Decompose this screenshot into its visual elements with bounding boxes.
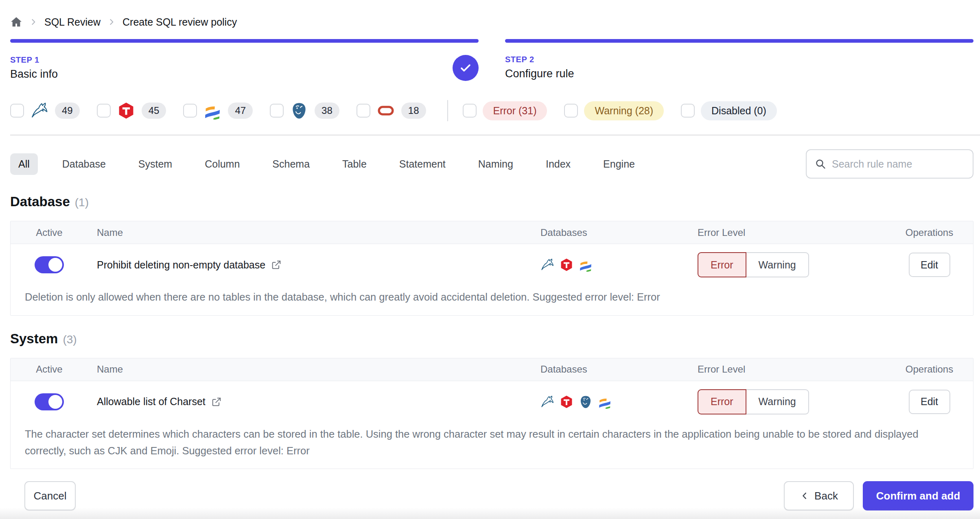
step-1-title: Basic info xyxy=(10,68,453,81)
section-count: (1) xyxy=(75,196,89,209)
mysql-filter-checkbox[interactable] xyxy=(10,104,24,118)
oracle-icon xyxy=(376,101,395,120)
column-operations: Operations xyxy=(886,364,973,375)
rule-name: Prohibit deleting non-empty database xyxy=(97,259,265,271)
table-row: Allowable list of Charset Error Warning … xyxy=(11,381,973,420)
system-rules-table: Active Name Databases Error Level Operat… xyxy=(10,358,973,469)
step-1: STEP 1 Basic info xyxy=(10,39,479,81)
column-databases: Databases xyxy=(523,364,694,375)
chevron-left-icon xyxy=(800,491,809,501)
table-header: Active Name Databases Error Level Operat… xyxy=(11,358,973,381)
oceanbase-icon xyxy=(598,395,612,409)
filter-mysql: 49 xyxy=(10,101,80,120)
tab-table[interactable]: Table xyxy=(334,153,375,175)
breadcrumb-sql-review[interactable]: SQL Review xyxy=(44,16,101,28)
filter-bar: 49 45 47 38 18 Error (31) Warning (28) D… xyxy=(0,100,980,122)
active-toggle[interactable] xyxy=(35,393,64,410)
rule-name: Allowable list of Charset xyxy=(97,396,206,408)
warning-filter-checkbox[interactable] xyxy=(564,104,578,118)
filter-tidb: 45 xyxy=(97,101,166,120)
postgresql-icon xyxy=(290,101,308,120)
oracle-count-badge: 18 xyxy=(401,102,426,119)
oceanbase-filter-checkbox[interactable] xyxy=(183,104,197,118)
mysql-icon xyxy=(30,101,49,120)
database-rules-table: Active Name Databases Error Level Operat… xyxy=(10,221,973,316)
back-button-label: Back xyxy=(814,490,838,502)
column-error-level: Error Level xyxy=(694,227,886,238)
tidb-icon xyxy=(560,395,573,409)
back-button[interactable]: Back xyxy=(784,481,854,510)
step-1-label: STEP 1 xyxy=(10,55,453,65)
section-count: (3) xyxy=(63,333,77,346)
postgresql-icon xyxy=(579,395,593,409)
tab-naming[interactable]: Naming xyxy=(470,153,521,175)
edit-button[interactable]: Edit xyxy=(909,253,950,277)
tidb-count-badge: 45 xyxy=(142,102,166,119)
system-section-heading: System (3) xyxy=(0,331,980,347)
tab-all[interactable]: All xyxy=(10,153,38,175)
oracle-filter-checkbox[interactable] xyxy=(357,104,370,118)
tab-database[interactable]: Database xyxy=(54,153,114,175)
column-name: Name xyxy=(88,227,523,238)
tab-system[interactable]: System xyxy=(130,153,180,175)
filter-error-level: Error (31) xyxy=(463,101,547,120)
column-databases: Databases xyxy=(523,227,694,238)
column-active: Active xyxy=(11,227,88,238)
tidb-icon xyxy=(117,101,136,120)
error-level-button[interactable]: Error xyxy=(698,389,746,414)
home-icon[interactable] xyxy=(10,16,22,28)
tab-statement[interactable]: Statement xyxy=(391,153,454,175)
disabled-count-pill: Disabled (0) xyxy=(701,101,777,120)
confirm-and-add-button[interactable]: Confirm and add xyxy=(863,481,973,510)
filter-oracle: 18 xyxy=(357,101,426,120)
tab-index[interactable]: Index xyxy=(538,153,579,175)
column-name: Name xyxy=(88,364,523,375)
warning-level-button[interactable]: Warning xyxy=(746,252,809,277)
disabled-filter-checkbox[interactable] xyxy=(681,104,695,118)
oceanbase-icon xyxy=(579,258,593,272)
mysql-count-badge: 49 xyxy=(55,102,80,119)
bottom-scroll-fade xyxy=(0,508,980,519)
footer-actions: Cancel Back Confirm and add xyxy=(0,481,980,510)
warning-level-button[interactable]: Warning xyxy=(746,389,809,414)
filter-disabled-level: Disabled (0) xyxy=(681,101,777,120)
search-icon xyxy=(815,158,826,170)
error-filter-checkbox[interactable] xyxy=(463,104,477,118)
search-rule-box xyxy=(806,149,973,179)
table-row: Prohibit deleting non-empty database Err… xyxy=(11,244,973,283)
tidb-icon xyxy=(560,258,573,272)
error-count-pill: Error (31) xyxy=(483,101,547,120)
mysql-icon xyxy=(540,395,554,409)
rule-description: The character set determines which chara… xyxy=(11,420,973,469)
tab-column[interactable]: Column xyxy=(197,153,248,175)
breadcrumb: SQL Review Create SQL review policy xyxy=(0,0,980,32)
edit-button[interactable]: Edit xyxy=(909,390,950,414)
section-divider xyxy=(10,135,980,135)
step-2-progress-bar xyxy=(505,39,973,43)
active-toggle[interactable] xyxy=(35,256,64,273)
rule-description: Deletion is only allowed when there are … xyxy=(11,283,973,315)
external-link-icon[interactable] xyxy=(211,397,222,407)
column-error-level: Error Level xyxy=(694,364,886,375)
filter-postgresql: 38 xyxy=(270,101,339,120)
tab-schema[interactable]: Schema xyxy=(264,153,318,175)
external-link-icon[interactable] xyxy=(271,260,282,270)
step-2: STEP 2 Configure rule xyxy=(505,39,973,81)
search-input[interactable] xyxy=(832,158,965,170)
filter-oceanbase: 47 xyxy=(183,101,253,120)
table-header: Active Name Databases Error Level Operat… xyxy=(11,221,973,244)
postgresql-filter-checkbox[interactable] xyxy=(270,104,284,118)
cancel-button[interactable]: Cancel xyxy=(24,481,76,510)
chevron-right-icon xyxy=(29,17,38,26)
filter-divider xyxy=(447,100,448,121)
tab-engine[interactable]: Engine xyxy=(595,153,643,175)
tidb-filter-checkbox[interactable] xyxy=(97,104,111,118)
step-2-title: Configure rule xyxy=(505,68,973,80)
oceanbase-count-badge: 47 xyxy=(228,102,253,119)
mysql-icon xyxy=(540,258,554,272)
step-2-label: STEP 2 xyxy=(505,55,973,64)
step-1-progress-bar xyxy=(10,39,479,43)
column-active: Active xyxy=(11,364,88,375)
error-level-button[interactable]: Error xyxy=(698,252,746,277)
oceanbase-icon xyxy=(203,101,222,120)
